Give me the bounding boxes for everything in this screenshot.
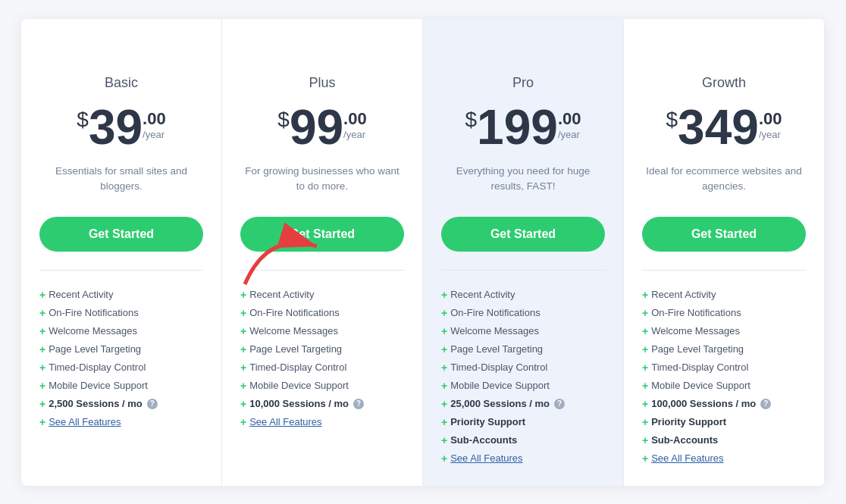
plus-icon: + — [240, 307, 246, 319]
feature-item-growth-2: + Welcome Messages — [642, 322, 806, 340]
help-icon[interactable]: ? — [147, 399, 158, 409]
plus-icon: + — [642, 362, 648, 374]
feature-text: Recent Activity — [249, 289, 314, 300]
feature-item-basic-3: + Page Level Targeting — [39, 340, 203, 358]
feature-item-basic-4: + Timed-Display Control — [39, 358, 203, 377]
feature-item-pro-4: + Timed-Display Control — [441, 358, 605, 377]
plus-icon: + — [441, 452, 447, 465]
plus-icon: + — [441, 325, 447, 337]
feature-item-growth-1: + On-Fire Notifications — [642, 304, 806, 322]
plus-icon: + — [441, 416, 447, 428]
plus-icon: + — [642, 325, 648, 337]
see-all-features-link-pro[interactable]: See All Features — [450, 452, 522, 464]
plus-icon: + — [441, 362, 447, 374]
feature-item-pro-1: + On-Fire Notifications — [441, 304, 605, 322]
price-dollar-basic: $ — [77, 108, 89, 132]
price-amount-plus: 99 — [290, 103, 343, 152]
features-list-growth: + Recent Activity + On-Fire Notification… — [642, 286, 806, 468]
feature-text: Sub-Accounts — [450, 434, 517, 446]
feature-text: Recent Activity — [651, 289, 716, 300]
plan-desc-growth: Ideal for ecommerce websites and agencie… — [642, 164, 806, 200]
price-block-growth: $ 349 .00 /year — [642, 103, 806, 152]
feature-item-growth-0: + Recent Activity — [642, 286, 806, 304]
help-icon[interactable]: ? — [554, 399, 565, 409]
plan-col-growth: Growth $ 349 .00 /year Ideal for ecommer… — [624, 19, 825, 486]
get-started-btn-growth[interactable]: Get Started — [642, 217, 806, 252]
feature-item-plus-7[interactable]: + See All Features — [240, 413, 404, 431]
feature-text: Welcome Messages — [249, 325, 338, 337]
plus-icon: + — [39, 362, 45, 374]
feature-item-pro-9[interactable]: + See All Features — [441, 449, 605, 468]
price-cents-period-pro: .00 /year — [558, 103, 581, 140]
price-period-basic: /year — [143, 129, 166, 140]
feature-text: Mobile Device Support — [651, 380, 750, 391]
plus-icon: + — [39, 380, 45, 392]
plan-col-basic: Basic $ 39 .00 /year Essentials for smal… — [21, 19, 222, 486]
divider-growth — [642, 270, 806, 271]
plus-icon: + — [240, 398, 246, 410]
feature-item-plus-4: + Timed-Display Control — [240, 358, 404, 377]
feature-item-growth-7: + Priority Support — [642, 413, 806, 431]
feature-text: Welcome Messages — [49, 325, 137, 337]
plan-desc-basic: Essentials for small sites and bloggers. — [39, 164, 203, 200]
plus-icon: + — [240, 362, 246, 374]
plan-name-plus: Plus — [240, 75, 404, 91]
divider-plus — [240, 270, 404, 271]
get-started-btn-plus[interactable]: Get Started — [240, 217, 404, 252]
feature-text: 100,000 Sessions / mo — [651, 398, 756, 409]
plan-name-basic: Basic — [39, 75, 203, 91]
plus-icon: + — [240, 380, 246, 392]
feature-item-pro-6: + 25,000 Sessions / mo ? — [441, 395, 605, 413]
feature-item-pro-8: + Sub-Accounts — [441, 431, 605, 449]
features-list-basic: + Recent Activity + On-Fire Notification… — [39, 286, 203, 431]
see-all-features-link-growth[interactable]: See All Features — [651, 452, 723, 464]
plus-icon: + — [240, 343, 246, 355]
feature-item-pro-5: + Mobile Device Support — [441, 377, 605, 395]
plus-icon: + — [642, 452, 648, 465]
price-cents-growth: .00 — [759, 109, 782, 129]
see-all-features-link-plus[interactable]: See All Features — [249, 416, 321, 427]
help-icon[interactable]: ? — [760, 399, 771, 409]
price-period-plus: /year — [343, 129, 367, 140]
feature-item-growth-9[interactable]: + See All Features — [642, 449, 806, 468]
price-dollar-growth: $ — [666, 108, 678, 132]
feature-item-pro-3: + Page Level Targeting — [441, 340, 605, 358]
plus-icon: + — [642, 416, 648, 428]
feature-item-pro-0: + Recent Activity — [441, 286, 605, 304]
price-cents-period-growth: .00 /year — [759, 103, 782, 140]
feature-text: On-Fire Notifications — [49, 307, 138, 318]
features-list-pro: + Recent Activity + On-Fire Notification… — [441, 286, 605, 468]
feature-item-plus-6: + 10,000 Sessions / mo ? — [240, 395, 404, 413]
feature-text: 10,000 Sessions / mo — [249, 398, 349, 409]
feature-item-basic-5: + Mobile Device Support — [39, 377, 203, 395]
features-list-plus: + Recent Activity + On-Fire Notification… — [240, 286, 404, 431]
plus-icon: + — [642, 343, 648, 355]
help-icon[interactable]: ? — [353, 399, 364, 409]
pricing-table: Basic $ 39 .00 /year Essentials for smal… — [21, 19, 825, 486]
plus-icon: + — [642, 289, 648, 301]
price-cents-plus: .00 — [343, 109, 367, 129]
plus-icon: + — [441, 343, 447, 355]
feature-text: Mobile Device Support — [450, 380, 550, 391]
get-started-btn-basic[interactable]: Get Started — [39, 217, 203, 252]
plan-col-pro: Best Deal Pro $ 199 .00 /year Everything… — [423, 19, 624, 486]
get-started-btn-pro[interactable]: Get Started — [441, 217, 605, 252]
feature-text: Mobile Device Support — [49, 380, 148, 391]
price-cents-pro: .00 — [558, 109, 581, 129]
price-block-plus: $ 99 .00 /year — [240, 103, 404, 152]
feature-item-basic-1: + On-Fire Notifications — [39, 304, 203, 322]
feature-item-basic-7[interactable]: + See All Features — [39, 413, 203, 431]
feature-item-growth-4: + Timed-Display Control — [642, 358, 806, 377]
feature-text: On-Fire Notifications — [450, 307, 540, 318]
feature-text: Priority Support — [651, 416, 726, 427]
plus-icon: + — [39, 307, 45, 319]
plus-icon: + — [441, 434, 447, 446]
see-all-features-link-basic[interactable]: See All Features — [49, 416, 121, 427]
feature-item-plus-1: + On-Fire Notifications — [240, 304, 404, 322]
plus-icon: + — [240, 416, 246, 428]
price-period-pro: /year — [558, 129, 581, 140]
feature-item-growth-8: + Sub-Accounts — [642, 431, 806, 449]
feature-item-pro-7: + Priority Support — [441, 413, 605, 431]
feature-text: Recent Activity — [450, 289, 515, 300]
plus-icon: + — [39, 289, 45, 301]
